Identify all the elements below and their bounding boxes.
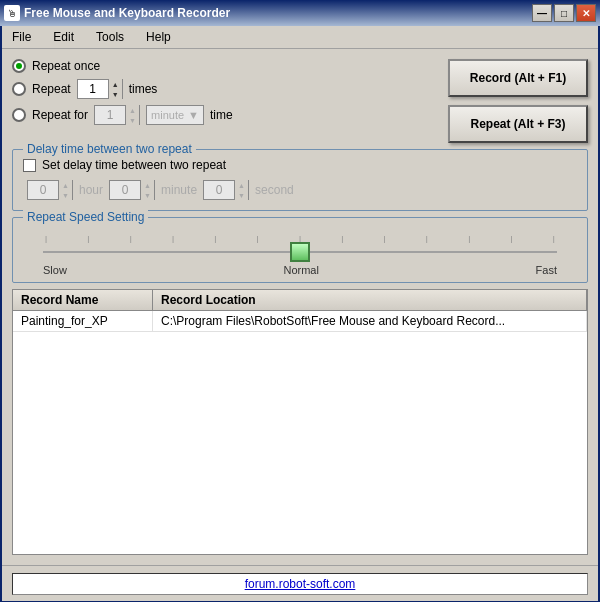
options-panel: Repeat once Repeat ▲ ▼ times	[12, 59, 438, 125]
delay-group-box: Delay time between two repeat Set delay …	[12, 149, 588, 211]
repeat-for-down[interactable]: ▼	[125, 115, 139, 125]
menu-help[interactable]: Help	[140, 28, 177, 46]
delay-checkbox-row: Set delay time between two repeat	[23, 158, 577, 172]
maximize-button[interactable]: □	[554, 4, 574, 22]
repeat-times-up[interactable]: ▲	[108, 79, 122, 89]
delay-checkbox[interactable]	[23, 159, 36, 172]
delay-second-arrows: ▲ ▼	[234, 180, 248, 200]
delay-group-title: Delay time between two repeat	[23, 142, 196, 156]
record-button[interactable]: Record (Alt + F1)	[448, 59, 588, 97]
speed-group-title: Repeat Speed Setting	[23, 210, 148, 224]
delay-hour-spinbox: ▲ ▼	[27, 180, 73, 200]
repeat-for-radio[interactable]	[12, 108, 26, 122]
table-row[interactable]: Painting_for_XP C:\Program Files\RobotSo…	[13, 311, 587, 332]
title-bar: 🖱 Free Mouse and Keyboard Recorder — □ ✕	[0, 0, 600, 26]
menu-tools[interactable]: Tools	[90, 28, 130, 46]
repeat-for-spinbox: ▲ ▼	[94, 105, 140, 125]
repeat-for-input[interactable]	[95, 106, 125, 124]
slider-labels: Slow Normal Fast	[43, 264, 557, 276]
fast-label: Fast	[536, 264, 557, 276]
minimize-button[interactable]: —	[532, 4, 552, 22]
repeat-label: Repeat	[32, 82, 71, 96]
delay-minute-label: minute	[161, 183, 197, 197]
menu-bar: File Edit Tools Help	[2, 26, 598, 49]
delay-hour-label: hour	[79, 183, 103, 197]
repeat-once-row: Repeat once	[12, 59, 438, 73]
delay-minute-input[interactable]	[110, 181, 140, 199]
top-area: Repeat once Repeat ▲ ▼ times	[12, 59, 588, 143]
delay-hour-input[interactable]	[28, 181, 58, 199]
repeat-for-label: Repeat for	[32, 108, 88, 122]
repeat-times-down[interactable]: ▼	[108, 89, 122, 99]
delay-checkbox-label: Set delay time between two repeat	[42, 158, 226, 172]
table-cell-location: C:\Program Files\RobotSoft\Free Mouse an…	[153, 311, 587, 331]
repeat-for-unit-label: minute	[151, 109, 184, 121]
main-content: Repeat once Repeat ▲ ▼ times	[2, 49, 598, 565]
repeat-times-arrows: ▲ ▼	[108, 79, 122, 99]
delay-second-input[interactable]	[204, 181, 234, 199]
delay-hour-down[interactable]: ▼	[58, 190, 72, 200]
buttons-panel: Record (Alt + F1) Repeat (Alt + F3)	[448, 59, 588, 143]
delay-hour-arrows: ▲ ▼	[58, 180, 72, 200]
repeat-for-unit-select[interactable]: minute ▼	[146, 105, 204, 125]
delay-hour-up[interactable]: ▲	[58, 180, 72, 190]
delay-second-spinbox: ▲ ▼	[203, 180, 249, 200]
repeat-times-label: times	[129, 82, 158, 96]
repeat-times-radio[interactable]	[12, 82, 26, 96]
col-header-location: Record Location	[153, 290, 587, 310]
slow-label: Slow	[43, 264, 67, 276]
repeat-for-time-label: time	[210, 108, 233, 122]
slider-container: | | | | | | | | | | | | |	[43, 236, 557, 276]
app-icon: 🖱	[4, 5, 20, 21]
menu-file[interactable]: File	[6, 28, 37, 46]
delay-minute-arrows: ▲ ▼	[140, 180, 154, 200]
repeat-for-row: Repeat for ▲ ▼ minute ▼ time	[12, 105, 438, 125]
col-header-name: Record Name	[13, 290, 153, 310]
title-bar-buttons: — □ ✕	[532, 4, 596, 22]
repeat-button[interactable]: Repeat (Alt + F3)	[448, 105, 588, 143]
record-table: Record Name Record Location Painting_for…	[12, 289, 588, 555]
delay-inputs: ▲ ▼ hour ▲ ▼ minute ▲	[23, 180, 577, 200]
delay-second-label: second	[255, 183, 294, 197]
table-header: Record Name Record Location	[13, 290, 587, 311]
slider-wrapper	[43, 242, 557, 262]
repeat-for-arrows: ▲ ▼	[125, 105, 139, 125]
status-bar: forum.robot-soft.com	[2, 565, 598, 601]
table-cell-name: Painting_for_XP	[13, 311, 153, 331]
repeat-once-radio[interactable]	[12, 59, 26, 73]
repeat-for-up[interactable]: ▲	[125, 105, 139, 115]
delay-minute-down[interactable]: ▼	[140, 190, 154, 200]
status-link[interactable]: forum.robot-soft.com	[12, 573, 588, 595]
repeat-times-input[interactable]	[78, 80, 108, 98]
delay-minute-spinbox: ▲ ▼	[109, 180, 155, 200]
slider-thumb[interactable]	[290, 242, 310, 262]
delay-second-up[interactable]: ▲	[234, 180, 248, 190]
title-bar-text: Free Mouse and Keyboard Recorder	[24, 6, 528, 20]
repeat-once-label: Repeat once	[32, 59, 100, 73]
repeat-for-unit-arrow: ▼	[188, 109, 199, 121]
menu-edit[interactable]: Edit	[47, 28, 80, 46]
close-button[interactable]: ✕	[576, 4, 596, 22]
repeat-times-row: Repeat ▲ ▼ times	[12, 79, 438, 99]
repeat-times-spinbox: ▲ ▼	[77, 79, 123, 99]
speed-group-box: Repeat Speed Setting | | | | | | | | | |…	[12, 217, 588, 283]
normal-label: Normal	[283, 264, 318, 276]
delay-minute-up[interactable]: ▲	[140, 180, 154, 190]
delay-second-down[interactable]: ▼	[234, 190, 248, 200]
